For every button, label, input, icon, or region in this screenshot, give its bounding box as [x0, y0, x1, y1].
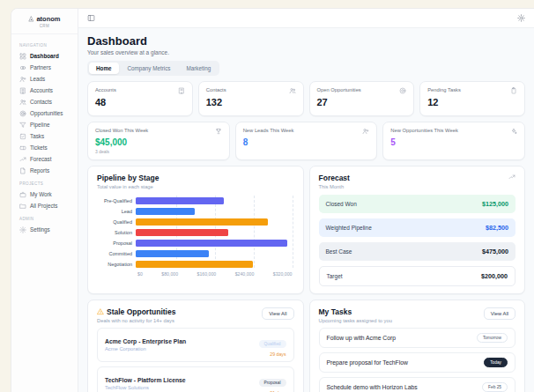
target-icon	[19, 110, 26, 117]
sidebar-item-pipeline[interactable]: Pipeline	[18, 119, 71, 130]
pipeline-subtitle: Total value in each stage	[97, 184, 294, 189]
sidebar-item-dashboard[interactable]: Dashboard	[18, 50, 71, 62]
tab-home[interactable]: Home	[89, 63, 119, 74]
document-icon	[19, 167, 26, 174]
my-tasks-panel: My Tasks Upcoming tasks assigned to you …	[309, 300, 526, 392]
due-badge: Today	[484, 358, 508, 367]
projects-section-label: Projects	[19, 181, 71, 186]
due-badge: Tomorrow	[477, 333, 508, 343]
chart-category-label: Proposal	[97, 240, 136, 246]
sparkles-icon	[510, 128, 517, 135]
tab-company-metrics[interactable]: Company Metrics	[121, 63, 178, 74]
sidebar-item-tickets[interactable]: Tickets	[18, 142, 71, 153]
stale-title: Stale Opportunities	[107, 307, 175, 316]
briefcase-icon	[19, 191, 26, 198]
week-stat-row: Closed Won This Week $45,000 3 deals New…	[87, 122, 525, 160]
chart-bar-track	[136, 261, 293, 268]
chart-bar-row: Proposal	[97, 238, 294, 248]
stale-subtitle: Deals with no activity for 14+ days	[97, 318, 175, 323]
users-icon	[289, 87, 296, 94]
tasks-title: My Tasks	[319, 307, 392, 316]
sidebar-item-tasks[interactable]: Tasks	[18, 130, 71, 142]
sidebar-item-all-projects[interactable]: All Projects	[18, 200, 71, 211]
dashboard-content: Dashboard Your sales overview at a glanc…	[78, 28, 534, 392]
chart-category-label: Negotiation	[97, 262, 136, 267]
sidebar-item-forecast[interactable]: Forecast	[18, 153, 71, 165]
chart-category-label: Pre-Qualified	[97, 198, 136, 203]
stale-item-techflow[interactable]: TechFlow - Platform License TechFlow Sol…	[97, 366, 294, 392]
chart-category-label: Qualified	[97, 219, 136, 225]
tab-marketing[interactable]: Marketing	[180, 63, 219, 74]
chart-bar-row: Solution	[97, 227, 294, 238]
brand-product: CRM	[15, 24, 74, 28]
brand-icon	[28, 16, 34, 22]
sidebar-item-reports[interactable]: Reports	[18, 165, 71, 176]
chart-bar-track	[136, 218, 293, 226]
chart-bar	[136, 250, 209, 257]
stat-card-open-opportunities: Open Opportunities 27	[309, 81, 415, 116]
users-icon	[19, 99, 26, 106]
chart-bar	[136, 197, 224, 204]
trend-up-icon	[19, 156, 26, 163]
trophy-icon	[215, 128, 222, 135]
task-item-prepare-proposal-techflow[interactable]: Prepare proposal for TechFlow Today	[319, 352, 516, 373]
chart-category-label: Solution	[97, 230, 136, 235]
sidebar: atonom CRM Navigation Dashboard Partners…	[11, 9, 78, 392]
sidebar-item-leads[interactable]: Leads	[18, 73, 71, 85]
chart-bar-track	[136, 240, 293, 247]
task-item-schedule-demo-horizon[interactable]: Schedule demo with Horizon Labs Feb 25	[319, 377, 516, 392]
sidebar-item-settings[interactable]: Settings	[18, 224, 71, 235]
folder-icon	[19, 203, 26, 210]
forecast-row-weighted-pipeline: Weighted Pipeline $82,500	[319, 218, 516, 237]
chart-bar-row: Qualified	[97, 217, 294, 227]
chart-bar-track	[136, 197, 293, 204]
clipboard-icon	[510, 87, 517, 94]
stage-badge: Proposal	[259, 379, 286, 387]
stale-opportunities-panel: Stale Opportunities Deals with no activi…	[87, 300, 304, 392]
admin-section-label: Admin	[19, 217, 71, 221]
forecast-subtitle: This Month	[319, 184, 350, 189]
stat-card-contacts: Contacts 132	[198, 81, 304, 116]
chart-category-label: Committed	[97, 251, 136, 256]
trend-up-icon	[508, 174, 515, 181]
sidebar-item-contacts[interactable]: Contacts	[18, 96, 71, 107]
pipeline-chart: Pre-QualifiedLeadQualifiedSolutionPropos…	[97, 196, 294, 277]
tab-bar: Home Company Metrics Marketing	[87, 61, 219, 76]
sidebar-item-opportunities[interactable]: Opportunities	[18, 107, 71, 119]
chart-bar-track	[136, 250, 293, 257]
chart-bar	[136, 229, 228, 236]
chart-bar	[136, 240, 287, 247]
page-title: Dashboard	[87, 34, 525, 48]
theme-gear-icon[interactable]	[517, 14, 525, 22]
stat-card-accounts: Accounts 48	[87, 81, 193, 116]
chart-bar	[136, 218, 268, 226]
brand-name: atonom	[36, 15, 60, 23]
top-bar	[78, 9, 534, 28]
pipeline-title: Pipeline by Stage	[97, 174, 294, 182]
chart-bar-row: Committed	[97, 248, 294, 259]
closed-won-deal-count: 3 deals	[95, 149, 222, 154]
sidebar-item-accounts[interactable]: Accounts	[18, 85, 71, 96]
sidebar-toggle-icon[interactable]	[87, 14, 95, 22]
stat-card-pending-tasks: Pending Tasks 12	[419, 81, 525, 116]
user-plus-icon	[19, 76, 26, 83]
chart-bar-row: Lead	[97, 206, 294, 217]
stale-view-all-button[interactable]: View All	[262, 307, 293, 320]
building-icon	[19, 87, 26, 94]
chart-bar	[136, 261, 253, 268]
funnel-icon	[19, 122, 26, 129]
lists-row: Stale Opportunities Deals with no activi…	[87, 300, 525, 392]
tasks-view-all-button[interactable]: View All	[484, 307, 515, 320]
stat-card-new-opportunities-week: New Opportunities This Week 5	[382, 122, 525, 160]
ticket-icon	[19, 144, 26, 152]
task-item-follow-up-acme[interactable]: Follow up with Acme Corp Tomorrow	[319, 328, 516, 348]
stale-age: 29 days	[259, 351, 286, 357]
sidebar-item-my-work[interactable]: My Work	[18, 189, 71, 200]
stale-item-acme[interactable]: Acme Corp - Enterprise Plan Acme Corpora…	[97, 328, 294, 362]
check-square-icon	[19, 133, 26, 140]
pipeline-plot-rows: Pre-QualifiedLeadQualifiedSolutionPropos…	[97, 196, 294, 270]
building-icon	[178, 87, 185, 94]
forecast-panel: Forecast This Month Closed Won $125,000 …	[309, 166, 526, 294]
sidebar-item-partners[interactable]: Partners	[18, 62, 71, 73]
warning-icon	[97, 308, 104, 315]
